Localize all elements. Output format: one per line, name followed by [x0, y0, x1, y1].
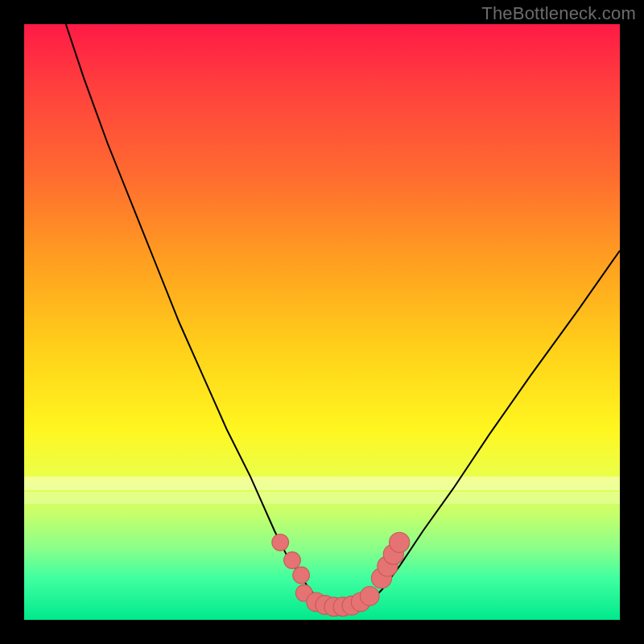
chart-svg: [24, 24, 620, 620]
curve-marker: [272, 534, 289, 551]
curve-marker: [360, 587, 379, 606]
plot-area: [24, 24, 620, 620]
curve-markers: [272, 532, 410, 616]
curve-marker: [390, 532, 410, 552]
attribution-text: TheBottleneck.com: [481, 3, 636, 24]
bottleneck-curve: [66, 24, 620, 608]
curve-marker: [284, 552, 301, 569]
curve-marker: [293, 567, 310, 584]
